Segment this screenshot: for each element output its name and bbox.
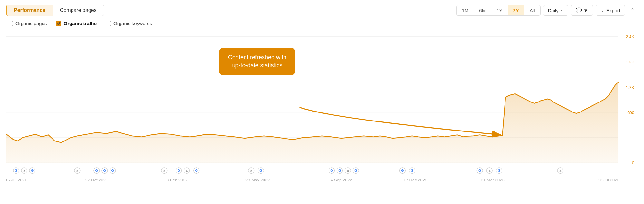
svg-text:G: G	[103, 169, 106, 172]
daily-label: Daily	[548, 8, 559, 13]
svg-text:a: a	[250, 169, 253, 172]
svg-text:0: 0	[632, 160, 634, 165]
svg-text:G: G	[95, 169, 98, 172]
checkbox-organic-pages[interactable]: Organic pages	[8, 21, 47, 26]
controls-right: 1M 6M 1Y 2Y All Daily ▼ 💬 ▼ ⇓ Export ⌃	[456, 5, 638, 16]
svg-text:G: G	[31, 169, 34, 172]
page-container: Performance Compare pages 1M 6M 1Y 2Y Al…	[0, 0, 644, 204]
checkbox-organic-traffic-input[interactable]	[56, 21, 61, 26]
caret-icon: ▼	[560, 9, 563, 12]
svg-text:a: a	[163, 169, 166, 172]
time-btn-6m[interactable]: 6M	[474, 5, 491, 15]
checkbox-row: Organic pages Organic traffic Organic ke…	[6, 21, 638, 26]
export-label: Export	[606, 8, 620, 13]
svg-text:a: a	[347, 169, 349, 172]
checkbox-organic-keywords-label: Organic keywords	[113, 21, 152, 26]
svg-text:G: G	[354, 169, 357, 172]
checkbox-organic-traffic-label: Organic traffic	[64, 21, 97, 26]
chart-area: G a G a G G G a G a	[6, 30, 638, 185]
checkbox-organic-pages-label: Organic pages	[15, 21, 47, 26]
svg-text:1.8K: 1.8K	[626, 60, 634, 64]
svg-text:8 Feb 2022: 8 Feb 2022	[167, 177, 188, 182]
comment-caret-icon: ▼	[583, 8, 588, 13]
time-btn-all[interactable]: All	[524, 5, 540, 15]
svg-text:G: G	[259, 169, 262, 172]
time-btn-1m[interactable]: 1M	[457, 5, 474, 15]
checkbox-organic-pages-input[interactable]	[8, 21, 13, 26]
svg-text:G: G	[411, 169, 414, 172]
svg-text:a: a	[23, 169, 25, 172]
svg-text:23 May 2022: 23 May 2022	[245, 177, 270, 182]
svg-text:17 Dec 2022: 17 Dec 2022	[404, 177, 428, 182]
svg-text:27 Oct 2021: 27 Oct 2021	[85, 177, 108, 182]
time-btn-group: 1M 6M 1Y 2Y All	[456, 5, 540, 16]
svg-text:G: G	[111, 169, 114, 172]
chart-svg: G a G a G G G a G a	[6, 30, 638, 185]
time-btn-2y[interactable]: 2Y	[508, 5, 524, 15]
svg-text:G: G	[478, 169, 481, 172]
header-row: Performance Compare pages 1M 6M 1Y 2Y Al…	[6, 5, 638, 16]
tab-group: Performance Compare pages	[6, 5, 104, 16]
svg-text:G: G	[330, 169, 333, 172]
svg-text:a: a	[186, 169, 188, 172]
checkbox-organic-keywords[interactable]: Organic keywords	[106, 21, 152, 26]
svg-text:G: G	[338, 169, 341, 172]
checkbox-organic-traffic[interactable]: Organic traffic	[56, 21, 97, 26]
tab-performance[interactable]: Performance	[6, 5, 53, 16]
collapse-btn[interactable]: ⌃	[628, 5, 638, 15]
svg-text:G: G	[177, 169, 180, 172]
svg-text:15 Jul 2021: 15 Jul 2021	[6, 177, 27, 182]
tab-compare-pages[interactable]: Compare pages	[53, 5, 104, 16]
svg-text:G: G	[498, 169, 501, 172]
svg-text:13 Jul 2023: 13 Jul 2023	[598, 177, 619, 182]
svg-text:a: a	[559, 169, 562, 172]
svg-text:1.2K: 1.2K	[626, 85, 634, 90]
daily-dropdown[interactable]: Daily ▼	[543, 5, 568, 16]
svg-text:a: a	[488, 169, 491, 172]
svg-text:4 Sep 2022: 4 Sep 2022	[331, 177, 352, 182]
svg-text:2.4K: 2.4K	[626, 34, 634, 39]
svg-text:600: 600	[627, 110, 634, 115]
svg-text:a: a	[76, 169, 79, 172]
export-icon: ⇓	[601, 7, 605, 13]
svg-text:G: G	[195, 169, 198, 172]
comment-icon: 💬	[576, 7, 582, 13]
comment-btn[interactable]: 💬 ▼	[571, 5, 593, 16]
time-btn-1y[interactable]: 1Y	[491, 5, 508, 15]
svg-text:G: G	[15, 169, 18, 172]
export-btn[interactable]: ⇓ Export	[596, 5, 625, 16]
checkbox-organic-keywords-input[interactable]	[106, 21, 111, 26]
svg-text:G: G	[401, 169, 404, 172]
svg-text:31 Mar 2023: 31 Mar 2023	[481, 177, 505, 182]
